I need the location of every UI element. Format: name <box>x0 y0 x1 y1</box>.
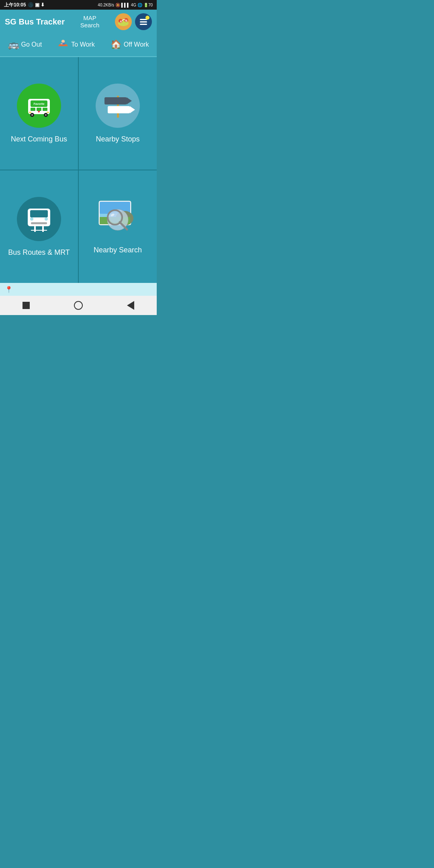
time-display: 上午10:05 <box>4 2 26 8</box>
signpost-icon <box>100 88 136 124</box>
back-icon <box>127 301 134 310</box>
svg-rect-30 <box>30 210 48 217</box>
svg-rect-16 <box>43 108 47 111</box>
nearby-search-icon <box>96 199 140 237</box>
svg-rect-22 <box>29 112 31 113</box>
app-header: SG Bus Tracker MAP Search A B <box>0 10 157 34</box>
battery-display: 🔋70 <box>143 3 153 7</box>
bus-routes-mrt-label: Bus Routes & MRT <box>8 248 70 257</box>
nav-home-button[interactable] <box>70 297 86 313</box>
svg-marker-28 <box>130 106 135 113</box>
svg-text:Favorite: Favorite <box>33 102 44 105</box>
bottom-location-bar: 📍 <box>0 283 157 296</box>
status-icons: 🌑 ▣ ⬇ <box>28 2 45 8</box>
svg-rect-25 <box>104 97 127 104</box>
recent-apps-icon <box>23 302 30 309</box>
mrt-circle <box>17 197 61 241</box>
status-time: 上午10:05 🌑 ▣ ⬇ <box>4 2 45 8</box>
go-out-label: Go Out <box>21 41 42 48</box>
search-icon-wrap <box>96 199 140 239</box>
signpost-circle <box>96 84 140 128</box>
next-coming-bus-label: Next Coming Bus <box>11 135 67 143</box>
hamburger-icon <box>138 17 149 27</box>
svg-point-20 <box>31 114 33 116</box>
svg-text:B: B <box>125 19 127 22</box>
svg-rect-14 <box>31 108 35 111</box>
next-coming-bus-cell[interactable]: Favorite ♥ Next Coming <box>0 57 78 170</box>
network-type: 4G <box>131 3 136 7</box>
nearby-stops-cell[interactable]: Nearby Stops <box>79 57 157 170</box>
map-search-button[interactable]: MAP Search <box>80 14 100 29</box>
off-work-button[interactable]: 🏠 Off Work <box>111 39 149 50</box>
svg-rect-23 <box>47 112 49 113</box>
nav-square-button[interactable] <box>18 297 34 313</box>
signpost-icon-wrap <box>96 84 140 128</box>
to-work-icon <box>57 38 69 49</box>
off-work-label: Off Work <box>124 41 149 48</box>
svg-rect-35 <box>42 226 44 232</box>
home-icon <box>74 301 83 310</box>
bus-green-circle: Favorite ♥ <box>17 84 61 128</box>
bus-routes-mrt-cell[interactable]: Bus Routes & MRT <box>0 170 78 283</box>
svg-rect-10 <box>61 43 63 44</box>
status-bar: 上午10:05 🌑 ▣ ⬇ 40.2KB/s 🔕 ▌▌▌ 4G 🌐 🔋70 <box>0 0 157 10</box>
svg-point-8 <box>61 40 65 43</box>
bus-favorite-icon: Favorite ♥ <box>25 92 53 120</box>
mrt-icon-wrap <box>17 197 61 241</box>
location-pin-icon: 📍 <box>5 286 13 293</box>
android-nav-bar <box>0 296 157 315</box>
off-work-emoji: 🏠 <box>111 39 121 50</box>
svg-marker-26 <box>127 97 132 104</box>
main-grid: Favorite ♥ Next Coming <box>0 57 157 283</box>
svg-rect-7 <box>58 45 68 46</box>
svg-point-31 <box>30 217 33 221</box>
go-out-button[interactable]: 🚌 Go Out <box>8 39 42 50</box>
map-icon[interactable]: A B <box>115 13 132 30</box>
nearby-search-cell[interactable]: Nearby Search <box>79 170 157 283</box>
to-work-label: To Work <box>71 41 94 48</box>
menu-button[interactable] <box>135 13 152 30</box>
battery-level: 70 <box>148 3 153 7</box>
quick-nav-bar: 🚌 Go Out To Work 🏠 Off Work <box>0 34 157 57</box>
svg-text:♥: ♥ <box>38 109 40 114</box>
svg-point-32 <box>45 217 48 221</box>
svg-point-21 <box>45 114 47 116</box>
network-speed: 40.2KB/s <box>98 3 114 7</box>
to-work-button[interactable]: To Work <box>57 38 94 51</box>
map-svg-icon: A B <box>116 14 131 29</box>
nav-back-button[interactable] <box>123 297 139 313</box>
go-out-emoji: 🚌 <box>8 39 19 50</box>
nearby-stops-label: Nearby Stops <box>96 135 139 143</box>
svg-rect-33 <box>31 222 47 224</box>
svg-rect-34 <box>34 226 36 232</box>
svg-point-45 <box>109 212 121 223</box>
header-icons: A B <box>115 13 152 30</box>
status-right: 40.2KB/s 🔕 ▌▌▌ 4G 🌐 🔋70 <box>98 3 153 7</box>
nearby-search-label: Nearby Search <box>94 246 142 254</box>
bus-icon-wrap: Favorite ♥ <box>17 84 61 128</box>
svg-text:A: A <box>120 20 122 23</box>
app-title: SG Bus Tracker <box>5 17 65 27</box>
mrt-bus-icon <box>23 203 55 235</box>
signal-icons: 🔕 ▌▌▌ 4G 🌐 <box>115 3 142 7</box>
svg-rect-27 <box>108 106 130 113</box>
to-work-emoji <box>57 38 69 51</box>
